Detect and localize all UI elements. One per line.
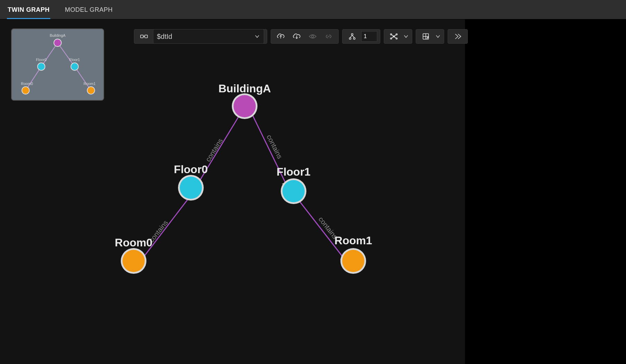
node-floor1[interactable]: Floor1 (277, 166, 311, 204)
tab-model-graph[interactable]: MODEL GRAPH (64, 1, 113, 18)
graph-canvas[interactable]: contains contains contains contains Buil… (0, 19, 465, 364)
node-buildingA[interactable]: BuildingA (218, 82, 271, 119)
node-label: Floor0 (174, 163, 208, 176)
svg-point-42 (282, 180, 305, 202)
tab-twin-graph[interactable]: TWIN GRAPH (7, 1, 50, 18)
tab-bar: TWIN GRAPH MODEL GRAPH (0, 0, 626, 19)
node-room0[interactable]: Room0 (115, 236, 152, 274)
edge-label: contains (204, 137, 224, 163)
svg-point-40 (180, 177, 202, 199)
edge-floor1-room1[interactable]: contains (298, 200, 347, 262)
svg-line-36 (298, 200, 347, 262)
svg-point-44 (122, 250, 145, 272)
node-floor0[interactable]: Floor0 (174, 163, 208, 201)
svg-point-46 (342, 250, 364, 272)
node-label: Floor1 (277, 166, 311, 178)
svg-point-38 (234, 95, 256, 117)
node-label: Room0 (115, 236, 152, 249)
canvas-region: BuildingA Floor0 Floor1 Room0 Room1 $dtI… (0, 19, 626, 364)
node-label: BuildingA (218, 82, 271, 95)
node-label: Room1 (335, 234, 372, 247)
side-panel-placeholder (465, 19, 626, 364)
edge-floor0-room0[interactable]: contains (139, 200, 187, 262)
svg-line-35 (139, 200, 187, 262)
